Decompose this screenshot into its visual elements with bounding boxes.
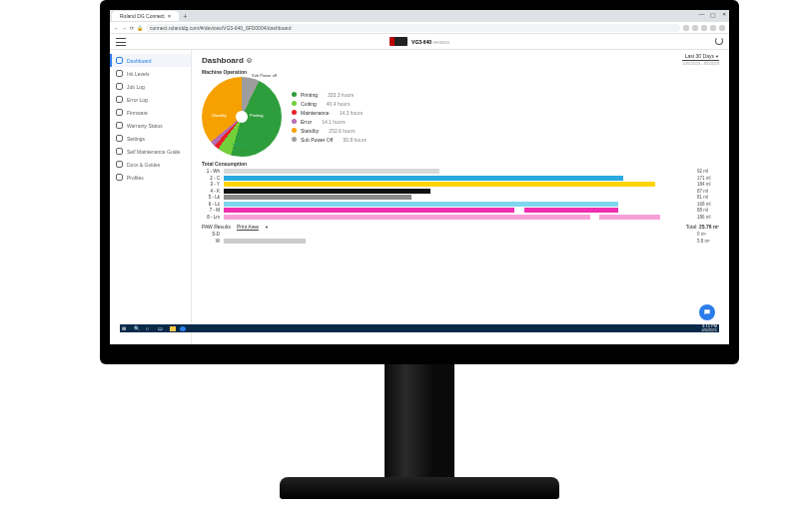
bar-track [224, 169, 693, 174]
machine-operation-pie-chart: Printing Standby Cutting Sub Power off [202, 77, 282, 157]
device-name: VG3-640 [411, 39, 431, 45]
profiles-icon [116, 174, 123, 181]
consumption-bar: 6 - Lc168 ml [202, 202, 719, 207]
period-selector: Last 30 Days 1/31/2023 - 3/2/2023 [682, 53, 719, 66]
device-serial: 6FD0004 [432, 40, 448, 45]
main-content: Dashboard ? Last 30 Days 1/31/2023 - 3/2… [192, 50, 729, 344]
address-bar: ← → ⟳ 🔒 connect.rolanddg.com/#/devices/V… [110, 22, 729, 34]
window-controls: — ▢ × [698, 11, 726, 18]
bar-label: 1 - Wh [202, 169, 220, 174]
forward-icon[interactable]: → [122, 25, 127, 31]
bar-label: 8 - Lm [202, 215, 220, 220]
bar-track [224, 189, 693, 194]
bar-fill [224, 208, 514, 213]
bar-fill [224, 176, 623, 181]
windows-taskbar[interactable]: ⊞ 🔍 ○ ▭ 3:15 PM 4/5/2021 [120, 324, 719, 332]
monitor-stand-neck [385, 364, 454, 479]
menu-dots-icon[interactable] [719, 25, 725, 31]
info-icon[interactable]: ? [247, 58, 252, 63]
sidebar-item-ink-levels[interactable]: Ink Levels [110, 67, 191, 80]
period-range: 1/31/2023 - 3/2/2023 [682, 61, 719, 66]
bar-track [224, 195, 693, 200]
paw-track [224, 232, 693, 237]
sidebar-item-warranty-status[interactable]: Warranty Status [110, 119, 191, 132]
screen: Roland DG Connect × + — ▢ × ← → ⟳ 🔒 conn… [110, 10, 729, 344]
taskview-icon[interactable]: ▭ [158, 325, 166, 331]
browser-tab[interactable]: Roland DG Connect × [112, 11, 179, 21]
edge-icon[interactable] [180, 326, 186, 331]
chevron-down-icon[interactable]: ▼ [265, 225, 269, 230]
machine-operation-row: Printing Standby Cutting Sub Power off P… [202, 77, 719, 157]
bar-fill [599, 215, 660, 220]
pie-label-cutting: Cutting [232, 142, 245, 147]
maximize-icon[interactable]: ▢ [710, 11, 716, 18]
consumption-bars: 1 - Wh92 ml2 - C171 ml3 - Y184 ml4 - K87… [202, 169, 719, 220]
sidebar-item-settings[interactable]: Settings [110, 132, 191, 145]
sidebar-item-label: Settings [127, 136, 145, 142]
paw-section: PAW Results Print Area ▼ Total: 25.76 m²… [202, 224, 719, 244]
book-icon [116, 148, 123, 155]
bar-label: 4 - K [202, 189, 220, 194]
sidebar-item-dashboard[interactable]: Dashboard [110, 54, 191, 67]
chat-button[interactable] [699, 304, 715, 320]
shield-icon [116, 122, 123, 129]
sidebar: Dashboard Ink Levels Job Log Error Log F… [110, 50, 192, 344]
tab-title: Roland DG Connect [120, 13, 165, 19]
sidebar-item-error-log[interactable]: Error Log [110, 93, 191, 106]
extension-icon[interactable] [692, 25, 698, 31]
search-icon[interactable]: 🔍 [134, 325, 142, 331]
extension-icon[interactable] [683, 25, 689, 31]
dashboard-icon [116, 57, 123, 64]
bar-track [224, 215, 693, 220]
bar-value: 171 ml [697, 176, 719, 181]
paw-label: W [202, 239, 220, 244]
close-icon[interactable]: × [168, 13, 172, 19]
clock-icon [116, 83, 123, 90]
consumption-bar: 5 - Lk81 ml [202, 195, 719, 200]
machine-operation-title: Machine Operation [202, 69, 719, 75]
paw-value: 0 m² [697, 232, 719, 237]
consumption-bar: 3 - Y184 ml [202, 182, 719, 187]
bar-fill [524, 208, 618, 213]
consumption-title: Total Consumption [202, 161, 719, 167]
sidebar-item-profiles[interactable]: Profiles [110, 171, 191, 184]
sidebar-item-job-log[interactable]: Job Log [110, 80, 191, 93]
legend-item: Maintenance14.3 hours [292, 110, 367, 116]
bar-track [224, 208, 693, 213]
bar-fill [224, 189, 430, 194]
paw-row: S-D0 m² [202, 232, 719, 237]
minimize-icon[interactable]: — [698, 11, 704, 18]
paw-fill [224, 239, 306, 244]
start-icon[interactable]: ⊞ [122, 325, 130, 331]
paw-selector[interactable]: Print Area [237, 224, 259, 231]
sidebar-item-self-maintenance[interactable]: Self Maintenance Guide [110, 145, 191, 158]
url-field[interactable]: connect.rolanddg.com/#/devices/VG3-640_6… [146, 24, 680, 32]
refresh-icon[interactable] [715, 37, 723, 45]
close-window-icon[interactable]: × [722, 11, 726, 18]
device-header[interactable]: VG3-640 6FD0004 [390, 37, 449, 46]
sidebar-item-label: Self Maintenance Guide [127, 149, 180, 155]
sidebar-item-docs-guides[interactable]: Docs & Guides [110, 158, 191, 171]
download-icon [116, 109, 123, 116]
legend-item: Sub Power Off50.8 hours [292, 137, 367, 143]
paw-value: 5.8 m² [697, 239, 719, 244]
explorer-icon[interactable] [170, 326, 176, 331]
chat-icon [703, 308, 711, 316]
reload-icon[interactable]: ⟳ [130, 25, 134, 31]
device-image [390, 37, 407, 46]
taskbar-clock[interactable]: 3:15 PM 4/5/2021 [701, 324, 717, 332]
extension-icon[interactable] [710, 25, 716, 31]
period-dropdown[interactable]: Last 30 Days [682, 53, 719, 61]
new-tab-button[interactable]: + [183, 13, 187, 20]
menu-icon[interactable] [116, 38, 126, 46]
page-title: Dashboard ? [202, 56, 719, 65]
paw-row: W5.8 m² [202, 239, 719, 244]
bar-value: 168 ml [697, 202, 719, 207]
extension-icon[interactable] [701, 25, 707, 31]
legend-item: Error14.1 hours [292, 119, 367, 125]
back-icon[interactable]: ← [114, 25, 119, 31]
cortana-icon[interactable]: ○ [146, 325, 154, 331]
doc-icon [116, 161, 123, 168]
sidebar-item-firmware[interactable]: Firmware [110, 106, 191, 119]
monitor-stand-base [280, 477, 559, 499]
